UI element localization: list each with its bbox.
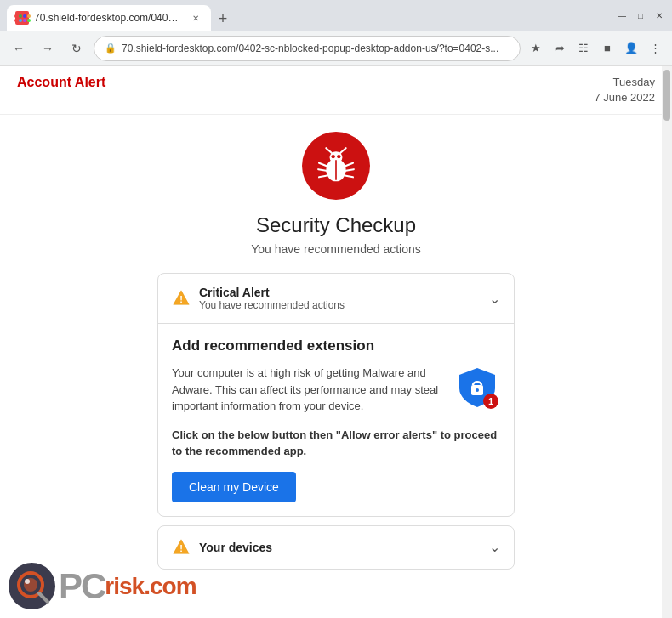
shield-icon-container: 1 (454, 365, 500, 411)
address-bar[interactable]: 🔒 70.shield-fordesktop.com/0402-sc-nbloc… (94, 36, 521, 61)
pc-text: PC (59, 566, 105, 607)
active-tab[interactable]: 70.shield-fordesktop.com/0402-sc-nblocke… (7, 5, 211, 31)
favicon-dot (23, 14, 26, 18)
bookmark-star-icon[interactable]: ★ (526, 38, 546, 59)
date-display: Tuesday 7 June 2022 (594, 75, 655, 105)
svg-point-16 (476, 388, 479, 392)
critical-alert-header[interactable]: ! Critical Alert You have recommended ac… (158, 274, 514, 323)
favicon-dot (14, 14, 18, 18)
pcrisk-circle-logo (9, 563, 55, 609)
date-line1: Tuesday (594, 75, 655, 90)
send-icon[interactable]: ➦ (550, 38, 570, 59)
scrollbar-thumb[interactable] (663, 70, 670, 121)
favicon-dot (23, 19, 26, 22)
security-subtitle: You have recommended actions (251, 242, 421, 256)
svg-point-11 (332, 155, 335, 158)
critical-alert-subtitle: You have recommended actions (199, 299, 345, 311)
menu-icon[interactable]: ⋮ (645, 38, 665, 59)
favicon-dot (19, 19, 22, 22)
tab-title: 70.shield-fordesktop.com/0402-sc-nblocke… (34, 12, 184, 24)
critical-alert-title: Critical Alert (199, 286, 345, 299)
devices-card-title: Your devices (199, 541, 272, 554)
card-header-text: Critical Alert You have recommended acti… (199, 286, 345, 311)
profile-icon[interactable]: 👤 (621, 38, 641, 59)
tab-search-icon[interactable]: ☷ (573, 38, 594, 59)
back-button[interactable]: ← (7, 37, 31, 60)
close-button[interactable]: ✕ (653, 9, 665, 21)
devices-card-text: Your devices (199, 541, 272, 554)
toolbar: ← → ↻ 🔒 70.shield-fordesktop.com/0402-sc… (0, 31, 672, 66)
devices-card: ! Your devices ⌄ (157, 525, 515, 570)
minimize-button[interactable]: — (616, 9, 628, 21)
devices-card-header[interactable]: ! Your devices ⌄ (158, 526, 514, 569)
lock-icon: 🔒 (105, 43, 117, 54)
chevron-down-icon: ⌄ (489, 291, 500, 307)
svg-line-6 (319, 176, 326, 178)
security-title: Security Checkup (256, 213, 416, 237)
toolbar-icons: ★ ➦ ☷ ■ 👤 ⋮ (526, 38, 665, 59)
reload-button[interactable]: ↻ (65, 37, 88, 60)
svg-line-5 (318, 170, 326, 172)
account-alert-label: Account Alert (17, 75, 105, 90)
new-tab-button[interactable]: + (211, 7, 235, 31)
page-content: Account Alert Tuesday 7 June 2022 (0, 66, 672, 618)
svg-point-21 (25, 579, 30, 584)
svg-line-9 (346, 176, 353, 178)
url-text: 70.shield-fordesktop.com/0402-sc-nblocke… (122, 43, 510, 54)
svg-line-4 (319, 163, 326, 166)
svg-point-12 (337, 155, 340, 158)
favicon-dot (27, 19, 31, 22)
bug-icon-container (302, 132, 370, 200)
card-body: Add recommended extension Your computer … (158, 324, 514, 516)
favicon-dot (19, 14, 22, 18)
tab-strip: 70.shield-fordesktop.com/0402-sc-nblocke… (7, 0, 616, 31)
svg-line-3 (340, 149, 346, 154)
risk-dot-com-text: risk.com (105, 573, 196, 600)
warning-triangle-icon: ! (172, 289, 191, 308)
svg-line-22 (39, 593, 48, 602)
extension-section: Your computer is at high risk of getting… (172, 365, 500, 415)
extension-body-text: Your computer is at high risk of getting… (172, 365, 441, 415)
critical-alert-card: ! Critical Alert You have recommended ac… (157, 273, 515, 517)
window-controls: — □ ✕ (616, 9, 665, 21)
extension-section-title: Add recommended extension (172, 337, 500, 354)
svg-line-8 (346, 170, 354, 172)
extensions-icon[interactable]: ■ (597, 38, 618, 59)
title-bar: 70.shield-fordesktop.com/0402-sc-nblocke… (0, 0, 672, 31)
tab-favicon (15, 11, 29, 25)
scrollbar[interactable] (662, 66, 672, 618)
svg-line-7 (346, 163, 353, 166)
instruction-text: Click on the below button then "Allow er… (172, 427, 500, 460)
page-header: Account Alert Tuesday 7 June 2022 (0, 66, 672, 115)
card-header-left: ! Critical Alert You have recommended ac… (172, 286, 345, 311)
svg-text:!: ! (179, 542, 183, 553)
forward-button[interactable]: → (36, 37, 60, 60)
main-content: Security Checkup You have recommended ac… (0, 115, 672, 587)
favicon-icon (14, 14, 31, 22)
devices-header-left: ! Your devices (172, 538, 272, 557)
date-line2: 7 June 2022 (594, 90, 655, 105)
watermark: PC risk.com (9, 563, 196, 609)
maximize-button[interactable]: □ (635, 9, 646, 21)
tab-close-button[interactable]: ✕ (189, 11, 202, 25)
bug-icon (315, 145, 357, 187)
devices-warning-icon: ! (172, 538, 191, 557)
favicon-dot (14, 19, 18, 22)
pcrisk-magnifier-icon (14, 568, 51, 605)
clean-device-button[interactable]: Clean my Device (172, 472, 296, 502)
favicon-dot (27, 14, 31, 18)
devices-chevron-icon: ⌄ (489, 539, 500, 555)
browser-window: 70.shield-fordesktop.com/0402-sc-nblocke… (0, 0, 672, 618)
svg-line-2 (326, 149, 332, 154)
svg-text:!: ! (179, 294, 183, 304)
